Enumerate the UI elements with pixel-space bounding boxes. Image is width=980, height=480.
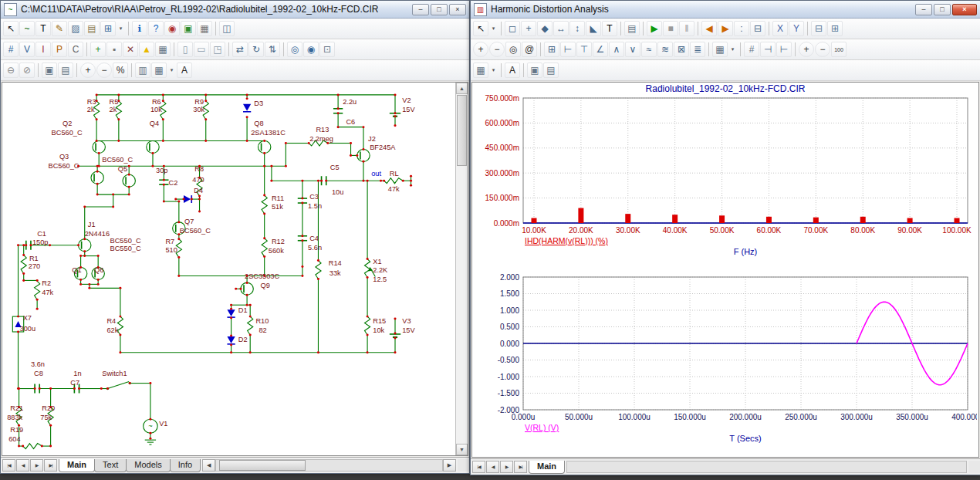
tab-info[interactable]: Info (170, 459, 201, 472)
text-mode[interactable]: T (35, 21, 51, 36)
vertical-scrollbar[interactable]: ▲ ▼ (455, 83, 468, 455)
copy-to-clipboard-button[interactable]: ▣ (42, 63, 57, 78)
last-tab-button[interactable]: ▶| (44, 459, 57, 472)
horizontal-scrollbar[interactable] (566, 461, 967, 473)
copy-button[interactable]: ▣ (527, 63, 542, 78)
vertical-scroll-thumb[interactable] (457, 95, 467, 166)
stack-plots-button[interactable]: ⊟ (811, 21, 826, 36)
image-button[interactable]: ▥ (135, 63, 150, 78)
font-button[interactable]: A (177, 63, 192, 78)
node-numbers-toggle[interactable]: # (3, 42, 19, 57)
properties-button[interactable]: ▤ (624, 21, 640, 36)
horizontal-axis-button[interactable]: ⊢ (560, 42, 576, 57)
zoom-out-button[interactable]: − (489, 42, 505, 57)
copy-page-button[interactable]: ▤ (58, 63, 73, 78)
cross-hair-toggle[interactable]: ✕ (123, 42, 138, 57)
waveform-add-button[interactable]: ≋ (657, 42, 673, 57)
tab-models[interactable]: Models (126, 459, 170, 472)
find-button[interactable]: ◎ (287, 42, 302, 57)
title-block-toggle[interactable]: ◳ (210, 42, 225, 57)
run-button[interactable]: ▶ (647, 21, 662, 36)
step-box-button[interactable]: ⊡ (319, 42, 335, 57)
plot-area[interactable]: Radiolubitel_1992-02_10kHz-FCD.CIR 750.0… (471, 82, 979, 458)
cursor-right-button[interactable]: ⊢ (776, 42, 792, 57)
align-cursors-button[interactable]: ⊞ (827, 21, 843, 36)
dropdown-arrow[interactable]: ▾ (167, 63, 176, 78)
region-enable-mode[interactable]: ▣ (181, 21, 196, 36)
graphics-mode[interactable]: ✎ (52, 21, 67, 36)
border-toggle[interactable]: ▭ (194, 42, 209, 57)
select-mode[interactable]: ↖ (3, 21, 19, 36)
previous-run-button[interactable]: ◀ (701, 21, 717, 36)
next-run-button[interactable]: ▶ (718, 21, 733, 36)
info-mode[interactable]: ℹ (132, 21, 147, 36)
log-x-button[interactable]: ∧ (609, 42, 624, 57)
view-grid-arrow[interactable]: ▾ (489, 63, 498, 78)
find-next-button[interactable]: ◉ (303, 42, 319, 57)
digital-path-mode[interactable]: ▦ (197, 21, 212, 36)
clipboard-tool-icon[interactable]: ▤ (84, 21, 100, 36)
schematic-canvas[interactable]: ~R32kR52kR610kR930kD32.2uC6V215VQ2BC560_… (2, 83, 455, 455)
next-tab-button[interactable]: ▶ (500, 461, 513, 473)
forward-button[interactable]: ⊘ (19, 63, 35, 78)
first-tab-button[interactable]: |◀ (472, 461, 485, 473)
scroll-right-button[interactable]: ▶ (443, 459, 456, 472)
linear-scale-button[interactable]: ∠ (593, 42, 608, 57)
point-tag-mode[interactable]: ◉ (164, 21, 180, 36)
copy-page-button[interactable]: ▤ (543, 63, 559, 78)
transient-waveform-chart[interactable]: 2.0001.5001.0000.5000.000-0.500-1.000-1.… (474, 272, 977, 456)
vertical-tag-mode[interactable]: ↕ (569, 21, 585, 36)
flip-y-button[interactable]: ⇅ (265, 42, 280, 57)
zoom-in-button[interactable]: + (80, 63, 96, 78)
point-tag-mode[interactable]: ◆ (537, 21, 553, 36)
harmonic-distortion-chart[interactable]: 750.000m600.000m450.000m300.000m150.000m… (474, 95, 977, 269)
zoom-100-button[interactable]: 100 (831, 42, 847, 57)
mirror-button[interactable]: ⇄ (232, 42, 248, 57)
horizontal-scroll-track[interactable] (566, 461, 967, 473)
picture-mode[interactable]: ▨ (68, 21, 83, 36)
stop-button[interactable]: ■ (663, 21, 678, 36)
help-mode[interactable]: ? (148, 21, 164, 36)
horizontal-tag-mode[interactable]: ↔ (553, 21, 569, 36)
horizontal-scrollbar[interactable]: ◀ ▶ (202, 459, 456, 472)
current-toggle[interactable]: I (35, 42, 51, 57)
tab-main[interactable]: Main (59, 459, 95, 472)
plot-group-arrow[interactable]: ▾ (728, 42, 737, 57)
pin-names-toggle[interactable]: ▪ (106, 42, 122, 57)
zoom-window-button[interactable]: ◎ (505, 42, 521, 57)
zoom-out-button[interactable]: − (96, 63, 112, 78)
paper-toggle[interactable]: ▯ (177, 42, 193, 57)
zoom-area-button[interactable]: % (113, 63, 128, 78)
maximize-button[interactable]: □ (431, 4, 448, 15)
horizontal-scroll-track[interactable] (215, 459, 443, 472)
select-mode[interactable]: ↖ (473, 21, 488, 36)
window-tile-button[interactable]: ◫ (219, 21, 235, 36)
analysis-titlebar[interactable]: ▥ Harmonic Distortion Analysis – □ × (471, 1, 980, 19)
performance-tag-mode[interactable]: ◣ (586, 21, 601, 36)
scale-mode[interactable]: ◻ (505, 21, 520, 36)
go-to-y-button[interactable]: Y (789, 21, 804, 36)
vertical-scroll-track[interactable] (456, 167, 468, 444)
previous-tab-button[interactable]: ◀ (16, 459, 29, 472)
vertical-axis-button[interactable]: ⊤ (576, 42, 592, 57)
minimize-button[interactable]: – (412, 4, 429, 15)
fft-button[interactable]: ≈ (641, 42, 657, 57)
scroll-up-button[interactable]: ▲ (456, 83, 468, 94)
tokens-toggle[interactable]: ⊟ (750, 21, 765, 36)
text-mode[interactable]: T (602, 21, 617, 36)
panel-dropdown[interactable]: ▾ (489, 21, 498, 36)
tab-main[interactable]: Main (529, 461, 565, 474)
scroll-down-button[interactable]: ▼ (456, 444, 468, 455)
zoom-in-2-button[interactable]: + (799, 42, 814, 57)
cursor-mode[interactable]: + (521, 21, 536, 36)
last-tab-button[interactable]: ▶| (514, 461, 527, 473)
close-button[interactable]: × (449, 4, 466, 15)
grid-pattern-dropdown[interactable]: ▦ (151, 63, 167, 78)
data-points-toggle[interactable]: : (734, 21, 749, 36)
plot-group-dropdown[interactable]: ▦ (712, 42, 728, 57)
back-button[interactable]: ⊖ (3, 63, 19, 78)
next-tab-button[interactable]: ▶ (30, 459, 43, 472)
minimize-button[interactable]: – (915, 4, 932, 15)
node-voltages-toggle[interactable]: V (19, 42, 35, 57)
grid-toggle[interactable]: ▦ (155, 42, 171, 57)
